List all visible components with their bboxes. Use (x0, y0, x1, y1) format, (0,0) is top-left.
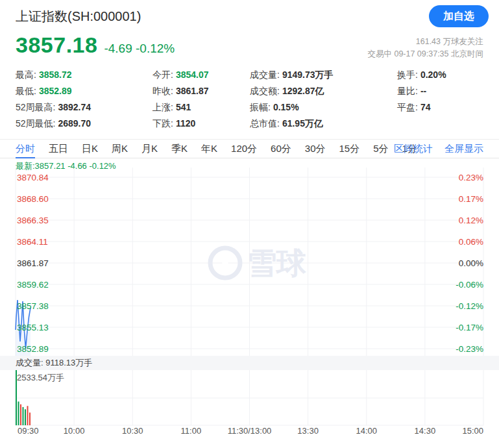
time-axis-label: 14:00 (356, 426, 377, 436)
percent-axis-label: -0.12% (456, 301, 483, 311)
chart-tools: 区间统计全屏显示 (382, 143, 483, 155)
price-axis-label: 3868.60 (17, 194, 49, 204)
stat-item: 52周最低:2689.70 (16, 116, 91, 132)
percent-axis-label: -0.17% (456, 323, 483, 332)
price-axis-label: 3857.38 (17, 301, 49, 311)
stat-value: 9149.73万手 (282, 69, 334, 80)
time-axis-label: 09:30 (18, 426, 39, 436)
stat-label: 昨收: (152, 86, 173, 96)
followers-count: 161.43 万球友关注 (367, 36, 483, 48)
tab-120分[interactable]: 120分 (231, 140, 257, 158)
current-price: 3857.18 (16, 32, 97, 58)
percent-axis-label: -0.06% (456, 280, 483, 290)
volume-bar (18, 401, 19, 425)
price-axis-label: 3866.35 (17, 216, 49, 225)
time-axis-label: 11:00 (181, 426, 202, 436)
xueqiu-watermark: 雪球 (210, 246, 307, 280)
stat-value: 541 (176, 102, 191, 112)
percent-axis-label: 0.06% (459, 237, 483, 247)
link-全屏显示[interactable]: 全屏显示 (444, 143, 483, 155)
tab-60分[interactable]: 60分 (271, 140, 291, 158)
volume-total-label: 成交量: 9118.13万手 (16, 358, 92, 367)
volume-bar (29, 412, 30, 425)
stats-column-3: 成交量:9149.73万手成交额:1292.87亿振幅:0.15%总市值:61.… (250, 67, 334, 132)
stat-value: 0.20% (420, 69, 446, 80)
stat-value: 3854.07 (176, 69, 209, 80)
stat-item: 52周最高:3892.74 (16, 99, 91, 116)
stat-item: 上涨:541 (152, 99, 209, 116)
intraday-price-chart[interactable]: 雪球3870.843868.603866.353864.113861.87385… (0, 168, 499, 356)
stat-label: 今开: (152, 69, 173, 80)
period-tabs: 分时五日日K周K月K季K年K120分60分30分15分5分1分 (16, 140, 431, 158)
stats-grid: 最高:3858.72最低:3852.8952周最高:3892.7452周最低:2… (0, 67, 499, 132)
watermark-text: 雪球 (247, 246, 307, 280)
volume-bar (20, 404, 21, 425)
time-axis-label: 10:30 (122, 426, 143, 436)
stat-label: 成交额: (250, 86, 280, 96)
add-watchlist-button[interactable]: 加自选 (429, 5, 489, 27)
stat-item: 振幅:0.15% (250, 99, 334, 116)
tab-季K[interactable]: 季K (171, 140, 188, 158)
chart-period-tabbar: 分时五日日K周K月K季K年K120分60分30分15分5分1分 区间统计全屏显示 (0, 139, 499, 158)
stats-column-4: 换手:0.20%量比:--平盘:74 (397, 67, 446, 116)
stat-value: 61.95万亿 (282, 118, 323, 129)
tab-周K[interactable]: 周K (112, 140, 128, 158)
stat-value: -- (420, 86, 426, 96)
stat-item: 成交额:1292.87亿 (250, 83, 334, 99)
stat-label: 上涨: (152, 102, 173, 112)
price-axis-label: 3852.89 (17, 344, 49, 354)
stat-value: 0.15% (273, 102, 299, 112)
price-axis-label: 3861.87 (17, 258, 49, 268)
stat-label: 换手: (397, 69, 418, 80)
tab-30分[interactable]: 30分 (305, 140, 326, 158)
volume-bar (23, 407, 24, 425)
stat-value: 3861.87 (176, 86, 209, 96)
stat-label: 52周最高: (16, 102, 55, 112)
volume-scale-label: 2533.54万手 (17, 372, 64, 384)
price-axis-label: 3864.11 (17, 237, 48, 247)
stat-item: 昨收:3861.87 (152, 83, 209, 99)
volume-bar (27, 406, 29, 425)
price-axis-label: 3855.13 (17, 323, 49, 332)
stat-label: 最低: (16, 86, 36, 96)
stat-item: 平盘:74 (397, 99, 446, 116)
stat-value: 74 (420, 102, 431, 112)
stat-label: 52周最低: (16, 118, 55, 129)
tab-月K[interactable]: 月K (141, 140, 158, 158)
tab-日K[interactable]: 日K (82, 140, 98, 158)
percent-axis-label: 0.17% (459, 194, 483, 204)
volume-bar (25, 409, 26, 425)
stat-item: 最低:3852.89 (16, 83, 91, 99)
time-axis: 09:3010:0010:3011:0011:30/13:0013:3014:0… (0, 426, 499, 438)
tab-年K[interactable]: 年K (201, 140, 217, 158)
time-axis-label: 10:00 (64, 426, 85, 436)
time-axis-label: 15:00 (462, 426, 483, 436)
stat-label: 成交量: (250, 69, 280, 80)
link-区间统计[interactable]: 区间统计 (394, 143, 433, 155)
time-axis-label: 11:30/13:00 (228, 426, 272, 436)
tab-15分[interactable]: 15分 (339, 140, 359, 158)
tab-分时[interactable]: 分时 (16, 140, 35, 158)
tab-五日[interactable]: 五日 (49, 140, 68, 158)
price-axis-label: 3859.62 (17, 280, 49, 290)
stat-label: 最高: (16, 69, 36, 80)
stock-quote-page: 上证指数(SH:000001) 加自选 3857.18 -4.69 -0.12%… (0, 0, 499, 448)
volume-header-bar: 成交量: 9118.13万手 (0, 356, 499, 370)
stat-label: 下跌: (152, 118, 173, 129)
quote-meta: 161.43 万球友关注 交易中 09-17 09:37:35 北京时间 (367, 36, 483, 60)
stat-item: 最高:3858.72 (16, 67, 91, 83)
time-axis-label: 14:30 (415, 426, 436, 436)
stat-label: 量比: (397, 86, 418, 96)
percent-axis-label: 0.23% (459, 173, 483, 182)
stat-value: 2689.70 (58, 118, 91, 129)
page-title: 上证指数(SH:000001) (16, 8, 141, 25)
stats-column-1: 最高:3858.72最低:3852.8952周最高:3892.7452周最低:2… (16, 67, 91, 132)
volume-bar-chart[interactable] (0, 370, 499, 426)
price-change: -4.69 -0.12% (104, 42, 175, 56)
stats-column-2: 今开:3854.07昨收:3861.87上涨:541下跌:1120 (152, 67, 209, 132)
stat-value: 3852.89 (39, 86, 72, 96)
stat-value: 3858.72 (39, 69, 72, 80)
stat-item: 换手:0.20% (397, 67, 446, 83)
stat-item: 量比:-- (397, 83, 446, 99)
stat-item: 总市值:61.95万亿 (250, 116, 334, 132)
